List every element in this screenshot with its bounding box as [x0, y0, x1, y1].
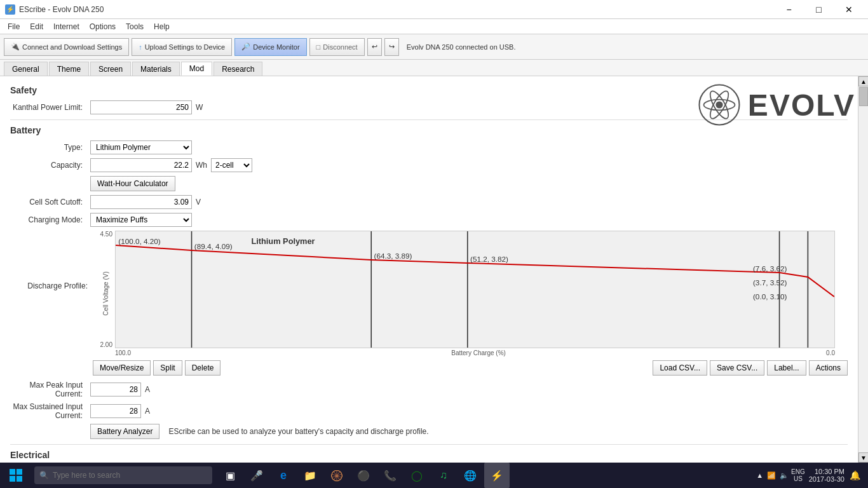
upload-icon: ↑	[139, 43, 142, 51]
start-button[interactable]	[0, 463, 32, 488]
title-bar: ⚡ EScribe - Evolv DNA 250 − □ ✕	[0, 0, 868, 19]
windows-icon	[10, 469, 22, 482]
svg-text:(89.4, 4.09): (89.4, 4.09)	[194, 243, 233, 250]
label-button[interactable]: Label...	[767, 360, 806, 376]
connect-download-button[interactable]: 🔌 Connect and Download Settings	[4, 38, 129, 56]
window-title: EScribe - Evolv DNA 250	[19, 5, 104, 14]
task-view-button[interactable]: ▣	[217, 463, 243, 488]
phone-icon[interactable]: 📞	[377, 463, 403, 488]
cell-config-select[interactable]: 1-cell 2-cell 3-cell	[211, 158, 252, 172]
battery-type-row: Type: Lithium Polymer Lithium Ion LiFePO…	[10, 140, 848, 154]
chrome-icon[interactable]: ⚫	[351, 463, 376, 488]
capacity-input[interactable]	[90, 158, 192, 172]
battery-analyzer-description: EScribe can be used to analyze your batt…	[168, 427, 428, 436]
search-input[interactable]	[53, 471, 180, 480]
battery-type-select[interactable]: Lithium Polymer Lithium Ion LiFePO4	[90, 140, 192, 154]
svg-rect-22	[17, 476, 22, 482]
actions-button[interactable]: Actions	[809, 360, 848, 376]
menu-tools[interactable]: Tools	[121, 21, 149, 32]
scroll-track[interactable]	[858, 86, 868, 452]
tab-materials[interactable]: Materials	[132, 62, 180, 76]
delete-button[interactable]: Delete	[185, 360, 221, 376]
escribe-icon[interactable]: ⚡	[484, 463, 510, 488]
svg-rect-19	[10, 469, 15, 475]
taskbar-search-box[interactable]: 🔍	[34, 466, 212, 484]
max-peak-unit: A	[145, 385, 150, 394]
save-csv-button[interactable]: Save CSV...	[710, 360, 764, 376]
undo-button[interactable]: ↩	[367, 38, 382, 56]
tab-research[interactable]: Research	[214, 62, 262, 76]
tab-mod[interactable]: Mod	[181, 62, 212, 76]
redo-button[interactable]: ↪	[384, 38, 399, 56]
kanthal-unit: W	[196, 103, 203, 112]
tab-screen[interactable]: Screen	[90, 62, 131, 76]
locale-clock: ENG US 10:30 PM 2017-03-30	[791, 468, 844, 483]
device-monitor-button[interactable]: 🔎 Device Monitor	[234, 38, 306, 56]
app-icon: ⚡	[5, 4, 15, 15]
cortana-button[interactable]: 🎤	[244, 463, 269, 488]
scrollbar[interactable]: ▲ ▼	[858, 76, 868, 463]
kanthal-label: Kanthal Power Limit:	[10, 103, 86, 112]
volume-icon: 🔈	[780, 471, 789, 480]
svg-text:(0.0, 3.10): (0.0, 3.10)	[753, 293, 787, 301]
chart-x-axis: 100.0 Battery Charge (%) 0.0	[115, 349, 835, 356]
max-sustained-row: Max Sustained Input Current: A	[10, 402, 848, 420]
soft-cutoff-input[interactable]	[90, 195, 192, 209]
tray-arrow[interactable]: ▲	[756, 471, 763, 479]
split-button[interactable]: Split	[153, 360, 182, 376]
tab-general[interactable]: General	[4, 62, 48, 76]
menu-file[interactable]: File	[3, 21, 25, 32]
scroll-up-button[interactable]: ▲	[858, 76, 868, 86]
kanthal-input[interactable]	[90, 100, 192, 114]
close-button[interactable]: ✕	[834, 0, 863, 19]
maximize-button[interactable]: □	[804, 0, 833, 19]
menu-help[interactable]: Help	[149, 21, 175, 32]
svg-text:Lithium Polymer: Lithium Polymer	[251, 237, 315, 246]
capacity-row: Capacity: Wh 1-cell 2-cell 3-cell	[10, 158, 848, 172]
connect-icon: 🔌	[11, 43, 20, 51]
electrical-section-title: Electrical	[10, 450, 848, 460]
menu-internet[interactable]: Internet	[48, 21, 85, 32]
watt-hour-row: Watt-Hour Calculator	[10, 176, 848, 191]
battery-analyzer-row: Battery Analyzer EScribe can be used to …	[10, 424, 848, 439]
svg-text:(64.3, 3.89): (64.3, 3.89)	[374, 252, 412, 260]
soft-cutoff-unit: V	[196, 198, 201, 207]
content-area: EVOLV Safety Kanthal Power Limit: W Batt…	[0, 76, 858, 463]
toolbar: 🔌 Connect and Download Settings ↑ Upload…	[0, 34, 868, 60]
file-explorer-icon[interactable]: 📁	[297, 463, 323, 488]
menu-options[interactable]: Options	[85, 21, 121, 32]
browser-icon[interactable]: 🌐	[458, 463, 483, 488]
spotify-icon[interactable]: ♫	[431, 463, 456, 488]
max-sustained-label: Max Sustained Input Current:	[10, 402, 86, 420]
scroll-down-button[interactable]: ▼	[858, 452, 868, 463]
edge-icon[interactable]: e	[271, 463, 296, 488]
locale-text: ENG US	[791, 468, 805, 482]
svg-text:(51.2, 3.82): (51.2, 3.82)	[470, 255, 508, 263]
taskbar-app-icons: ▣ 🎤 e 📁 🛞 ⚫ 📞 ◯ ♫ 🌐 ⚡	[217, 463, 510, 488]
svg-text:(7.6, 3.62): (7.6, 3.62)	[753, 265, 787, 273]
menu-edit[interactable]: Edit	[25, 21, 48, 32]
max-peak-input[interactable]	[90, 383, 141, 396]
upload-settings-button[interactable]: ↑ Upload Settings to Device	[132, 38, 232, 56]
minimize-button[interactable]: −	[775, 0, 803, 19]
xbox-icon[interactable]: ◯	[404, 463, 430, 488]
tabs-bar: General Theme Screen Materials Mod Resea…	[0, 60, 868, 76]
notifications-button[interactable]: 🔔	[847, 470, 863, 480]
taskbar-clock[interactable]: 10:30 PM 2017-03-30	[809, 468, 844, 483]
move-resize-button[interactable]: Move/Resize	[93, 360, 151, 376]
search-icon: 🔍	[39, 471, 49, 480]
max-sustained-input[interactable]	[90, 404, 141, 418]
store-icon[interactable]: 🛞	[324, 463, 349, 488]
tab-theme[interactable]: Theme	[49, 62, 89, 76]
max-peak-row: Max Peak Input Current: A	[10, 381, 848, 398]
charging-mode-select[interactable]: Maximize Puffs Maximize Battery Life Bal…	[90, 213, 192, 227]
scroll-thumb[interactable]	[859, 87, 868, 106]
disconnect-button[interactable]: □ Disconnect	[309, 38, 365, 56]
watt-hour-button[interactable]: Watt-Hour Calculator	[90, 176, 175, 191]
system-tray: ▲ 📶 🔈	[756, 471, 789, 480]
capacity-label: Capacity:	[10, 161, 86, 170]
load-csv-button[interactable]: Load CSV...	[653, 360, 707, 376]
battery-analyzer-button[interactable]: Battery Analyzer	[90, 424, 159, 439]
battery-type-label: Type:	[10, 143, 86, 152]
chart-buttons-row: Move/Resize Split Delete Load CSV... Sav…	[93, 360, 848, 376]
